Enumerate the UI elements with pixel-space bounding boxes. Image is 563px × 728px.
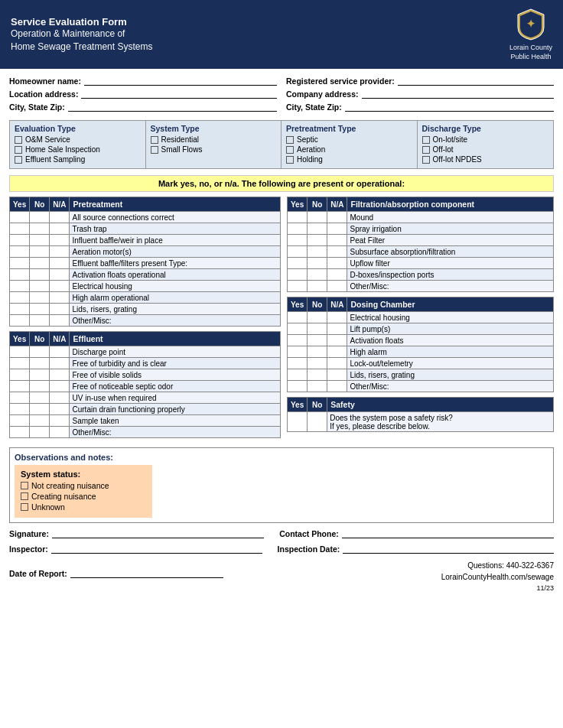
row-yes[interactable] <box>288 246 308 258</box>
row-no[interactable] <box>308 258 327 269</box>
row-na[interactable] <box>50 315 70 327</box>
row-yes[interactable] <box>288 323 308 335</box>
row-yes[interactable] <box>10 358 30 369</box>
eval-home-checkbox[interactable] <box>15 146 22 154</box>
row-no[interactable] <box>308 312 327 323</box>
pre-aeration-checkbox[interactable] <box>286 146 294 154</box>
row-yes[interactable] <box>10 281 30 292</box>
row-na[interactable] <box>327 223 347 235</box>
row-no[interactable] <box>308 335 327 346</box>
row-na[interactable] <box>50 292 70 304</box>
sys-smallflows-checkbox[interactable] <box>151 146 158 154</box>
row-yes[interactable] <box>10 392 30 404</box>
row-na[interactable] <box>327 246 347 258</box>
eval-om-checkbox[interactable] <box>15 136 22 144</box>
row-na[interactable] <box>50 358 70 369</box>
row-yes[interactable] <box>10 381 30 392</box>
row-na[interactable] <box>50 369 70 381</box>
row-yes[interactable] <box>288 235 308 246</box>
row-yes[interactable] <box>10 269 30 281</box>
row-yes[interactable] <box>288 223 308 235</box>
row-na[interactable] <box>50 212 70 223</box>
row-yes[interactable] <box>10 223 30 235</box>
row-no[interactable] <box>30 358 50 369</box>
row-na[interactable] <box>327 281 347 292</box>
row-yes[interactable] <box>10 292 30 304</box>
row-na[interactable] <box>50 223 70 235</box>
row-yes[interactable] <box>10 304 30 315</box>
row-no[interactable] <box>308 235 327 246</box>
row-na[interactable] <box>327 212 347 223</box>
dis-offlot-checkbox[interactable] <box>422 146 430 154</box>
row-no[interactable] <box>30 346 50 358</box>
row-no[interactable] <box>30 304 50 315</box>
row-na[interactable] <box>327 269 347 281</box>
row-no[interactable] <box>30 212 50 223</box>
row-yes[interactable] <box>10 212 30 223</box>
row-yes[interactable] <box>10 369 30 381</box>
row-yes[interactable] <box>288 381 308 392</box>
row-yes[interactable] <box>10 427 30 438</box>
row-yes[interactable] <box>288 212 308 223</box>
row-no[interactable] <box>30 269 50 281</box>
inspector-input[interactable] <box>51 543 262 554</box>
row-na[interactable] <box>50 235 70 246</box>
row-yes[interactable] <box>288 312 308 323</box>
row-no[interactable] <box>30 381 50 392</box>
row-na[interactable] <box>50 415 70 427</box>
row-no[interactable] <box>30 246 50 258</box>
status-not-nuisance-checkbox[interactable] <box>21 482 28 489</box>
inspection-date-input[interactable] <box>343 543 554 554</box>
row-no[interactable] <box>308 358 327 369</box>
row-na[interactable] <box>327 335 347 346</box>
row-no[interactable] <box>30 369 50 381</box>
row-yes[interactable] <box>10 415 30 427</box>
row-na[interactable] <box>50 392 70 404</box>
row-na[interactable] <box>50 427 70 438</box>
row-na[interactable] <box>50 346 70 358</box>
row-yes[interactable] <box>288 358 308 369</box>
row-na[interactable] <box>327 358 347 369</box>
row-na[interactable] <box>327 258 347 269</box>
row-no[interactable] <box>308 323 327 335</box>
row-na[interactable] <box>50 281 70 292</box>
status-creating-nuisance-checkbox[interactable] <box>21 492 28 500</box>
row-no[interactable] <box>308 281 327 292</box>
row-no[interactable] <box>308 412 327 432</box>
row-no[interactable] <box>30 292 50 304</box>
row-no[interactable] <box>30 392 50 404</box>
row-na[interactable] <box>50 404 70 415</box>
row-na[interactable] <box>327 346 347 358</box>
row-yes[interactable] <box>10 246 30 258</box>
location-input[interactable] <box>81 88 277 99</box>
eval-effluent-checkbox[interactable] <box>15 156 22 164</box>
dis-onlot-checkbox[interactable] <box>422 136 430 144</box>
pre-holding-checkbox[interactable] <box>286 156 294 164</box>
homeowner-input[interactable] <box>84 75 277 86</box>
city2-input[interactable] <box>345 101 554 112</box>
company-input[interactable] <box>362 88 554 99</box>
row-no[interactable] <box>30 281 50 292</box>
row-yes[interactable] <box>10 346 30 358</box>
signature-input[interactable] <box>52 528 264 538</box>
contact-input[interactable] <box>342 528 554 538</box>
row-no[interactable] <box>30 404 50 415</box>
row-no[interactable] <box>308 369 327 381</box>
row-yes[interactable] <box>288 258 308 269</box>
row-na[interactable] <box>50 246 70 258</box>
row-na[interactable] <box>327 323 347 335</box>
row-no[interactable] <box>30 427 50 438</box>
row-yes[interactable] <box>288 369 308 381</box>
row-yes[interactable] <box>10 258 30 269</box>
row-yes[interactable] <box>10 235 30 246</box>
row-no[interactable] <box>30 223 50 235</box>
sys-residential-checkbox[interactable] <box>151 136 158 144</box>
row-yes[interactable] <box>288 281 308 292</box>
row-yes[interactable] <box>288 269 308 281</box>
row-no[interactable] <box>30 258 50 269</box>
row-no[interactable] <box>308 269 327 281</box>
row-no[interactable] <box>30 235 50 246</box>
row-na[interactable] <box>327 312 347 323</box>
status-unknown-checkbox[interactable] <box>21 503 28 511</box>
row-yes[interactable] <box>10 404 30 415</box>
